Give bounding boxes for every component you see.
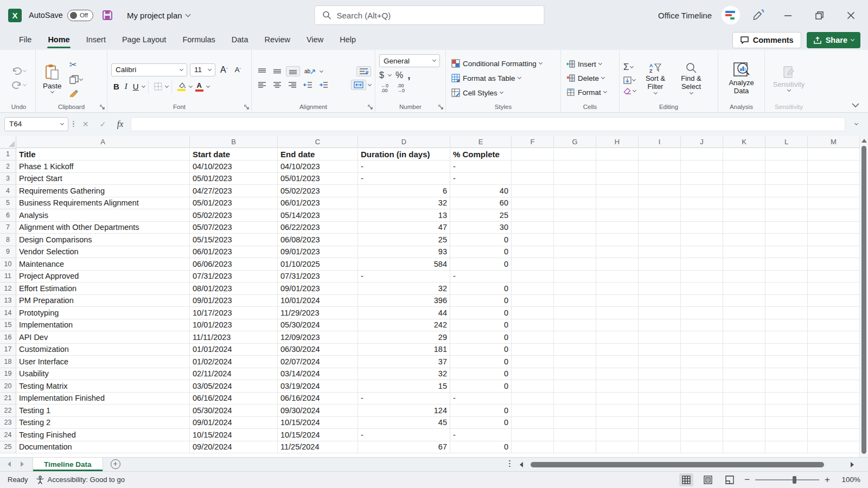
cell-title[interactable]: Testing Matrix xyxy=(16,380,190,393)
empty-cell[interactable] xyxy=(596,282,639,295)
cell-start[interactable]: 05/07/2023 xyxy=(190,222,278,234)
column-header-H[interactable]: H xyxy=(596,136,639,148)
empty-cell[interactable] xyxy=(681,149,723,161)
empty-cell[interactable] xyxy=(723,197,765,210)
increase-indent-icon[interactable] xyxy=(317,80,330,89)
percent-format-icon[interactable]: % xyxy=(395,70,403,80)
empty-cell[interactable] xyxy=(554,319,596,332)
cell-title[interactable]: Design Comparisons xyxy=(16,234,190,246)
row-header-20[interactable]: 20 xyxy=(0,380,16,393)
cell-duration[interactable]: 6 xyxy=(358,185,450,197)
accessibility-status[interactable]: Accessibility: Good to go xyxy=(36,476,125,484)
empty-cell[interactable] xyxy=(765,404,808,417)
cell-complete[interactable]: 40 xyxy=(450,185,512,197)
empty-cell[interactable] xyxy=(723,331,765,344)
empty-cell[interactable] xyxy=(639,282,681,295)
empty-cell[interactable] xyxy=(723,160,765,173)
empty-cell[interactable] xyxy=(596,404,639,417)
empty-cell[interactable] xyxy=(808,368,860,381)
empty-cell[interactable] xyxy=(681,197,723,210)
cell-end[interactable]: 06/22/2023 xyxy=(278,222,358,234)
cell-duration[interactable]: 396 xyxy=(358,295,450,307)
empty-cell[interactable] xyxy=(808,319,860,332)
empty-cell[interactable] xyxy=(808,160,860,173)
empty-cell[interactable] xyxy=(765,344,808,356)
empty-cell[interactable] xyxy=(596,271,639,283)
cell-end[interactable]: 10/15/2024 xyxy=(278,429,358,441)
row-header-8[interactable]: 8 xyxy=(0,234,16,246)
cell-end[interactable]: 06/01/2023 xyxy=(278,197,358,210)
cell-end[interactable]: 04/10/2023 xyxy=(278,160,358,173)
row-header-3[interactable]: 3 xyxy=(0,173,16,185)
cell-end[interactable]: 10/01/2024 xyxy=(278,295,358,307)
empty-cell[interactable] xyxy=(681,271,723,283)
empty-cell[interactable] xyxy=(765,246,808,259)
cell-duration[interactable]: 32 xyxy=(358,197,450,210)
empty-cell[interactable] xyxy=(765,441,808,454)
cell-start[interactable]: 09/20/2024 xyxy=(190,441,278,454)
empty-cell[interactable] xyxy=(639,380,681,393)
row-header-5[interactable]: 5 xyxy=(0,197,16,210)
empty-cell[interactable] xyxy=(512,160,554,173)
empty-cell[interactable] xyxy=(639,331,681,344)
empty-cell[interactable] xyxy=(512,404,554,417)
empty-cell[interactable] xyxy=(554,222,596,234)
cell-styles-button[interactable]: Cell Styles xyxy=(450,87,505,98)
empty-cell[interactable] xyxy=(723,380,765,393)
autosave-toggle[interactable]: Off xyxy=(67,10,93,21)
empty-cell[interactable] xyxy=(723,185,765,197)
row-header-13[interactable]: 13 xyxy=(0,295,16,307)
empty-cell[interactable] xyxy=(512,258,554,271)
cell-title[interactable]: Vendor Selection xyxy=(16,246,190,259)
format-cells-button[interactable]: Format xyxy=(565,87,608,98)
empty-cell[interactable] xyxy=(765,319,808,332)
empty-cell[interactable] xyxy=(512,149,554,161)
number-format-select[interactable]: General xyxy=(379,54,440,67)
insert-cells-button[interactable]: Insert xyxy=(565,59,603,69)
cell-complete[interactable]: - xyxy=(450,393,512,405)
tab-help[interactable]: Help xyxy=(333,31,363,49)
empty-cell[interactable] xyxy=(639,258,681,271)
comments-button[interactable]: Comments xyxy=(732,32,801,48)
empty-cell[interactable] xyxy=(639,149,681,161)
cell-title[interactable]: API Dev xyxy=(16,331,190,344)
empty-cell[interactable] xyxy=(596,429,639,441)
empty-cell[interactable] xyxy=(681,185,723,197)
empty-cell[interactable] xyxy=(596,160,639,173)
empty-cell[interactable] xyxy=(808,258,860,271)
empty-cell[interactable] xyxy=(808,282,860,295)
empty-cell[interactable] xyxy=(765,149,808,161)
horizontal-scrollbar[interactable] xyxy=(527,461,843,468)
empty-cell[interactable] xyxy=(723,222,765,234)
empty-cell[interactable] xyxy=(639,441,681,454)
cell-title[interactable]: Usability xyxy=(16,368,190,381)
empty-cell[interactable] xyxy=(681,356,723,368)
cell-complete[interactable]: 0 xyxy=(450,295,512,307)
empty-cell[interactable] xyxy=(808,234,860,246)
cell-duration[interactable]: - xyxy=(358,173,450,185)
empty-cell[interactable] xyxy=(596,222,639,234)
empty-cell[interactable] xyxy=(512,295,554,307)
empty-cell[interactable] xyxy=(512,417,554,429)
empty-cell[interactable] xyxy=(808,185,860,197)
row-header-25[interactable]: 25 xyxy=(0,441,16,454)
empty-cell[interactable] xyxy=(554,149,596,161)
empty-cell[interactable] xyxy=(554,197,596,210)
cell-duration[interactable]: 93 xyxy=(358,246,450,259)
empty-cell[interactable] xyxy=(596,258,639,271)
empty-cell[interactable] xyxy=(512,319,554,332)
empty-cell[interactable] xyxy=(681,160,723,173)
empty-cell[interactable] xyxy=(639,160,681,173)
cell-duration[interactable]: - xyxy=(358,271,450,283)
cell-title[interactable]: Business Requirements Alignment xyxy=(16,197,190,210)
column-header-A[interactable]: A xyxy=(16,136,190,148)
cell-start[interactable]: 07/31/2023 xyxy=(190,271,278,283)
row-header-16[interactable]: 16 xyxy=(0,331,16,344)
cell-title[interactable]: Customization xyxy=(16,344,190,356)
cell-complete[interactable]: 0 xyxy=(450,441,512,454)
empty-cell[interactable] xyxy=(554,368,596,381)
cell-end[interactable]: 05/14/2023 xyxy=(278,209,358,222)
empty-cell[interactable] xyxy=(596,319,639,332)
sort-filter-button[interactable]: A Z Sort & Filter xyxy=(639,61,672,95)
cell-end[interactable]: 01/10/2025 xyxy=(278,258,358,271)
